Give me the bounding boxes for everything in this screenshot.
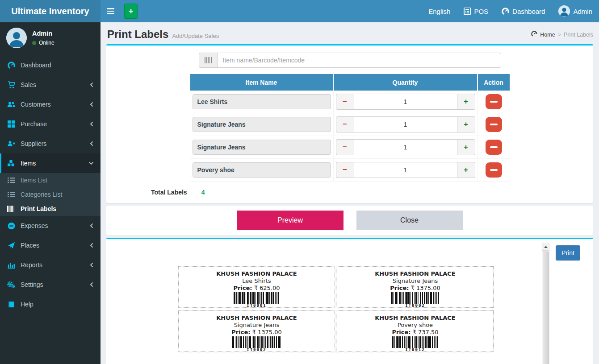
increase-quantity-button[interactable]: + bbox=[457, 94, 475, 110]
item-name-value: Povery shoe bbox=[193, 162, 331, 178]
sidebar-subitem-label: Print Labels bbox=[21, 205, 56, 212]
item-name-cell: Signature Jeans bbox=[190, 113, 334, 136]
online-status-label: Online bbox=[39, 40, 54, 46]
decrease-quantity-button[interactable]: − bbox=[336, 139, 354, 155]
quantity-stepper: −+ bbox=[336, 139, 475, 155]
item-name-cell: Povery shoe bbox=[190, 159, 334, 182]
preview-button[interactable]: Preview bbox=[237, 211, 343, 230]
sidebar-section: Help bbox=[0, 294, 101, 314]
breadcrumb-home[interactable]: Home bbox=[540, 32, 555, 38]
sidebar-item-label: Sales bbox=[21, 81, 36, 88]
total-labels-value: 4 bbox=[201, 189, 205, 196]
label-price: Price: ₹ 625.00 bbox=[179, 285, 335, 292]
sidebar-item-categories-list[interactable]: Categories List bbox=[0, 187, 101, 202]
breadcrumb-separator: > bbox=[558, 32, 561, 38]
barcode-addon-icon bbox=[199, 53, 217, 68]
sidebar-subitem-label: Items List bbox=[21, 177, 47, 184]
increase-quantity-button[interactable]: + bbox=[457, 116, 475, 132]
minus-circle-icon bbox=[7, 222, 16, 230]
quantity-input[interactable] bbox=[354, 139, 457, 155]
decrease-quantity-button[interactable]: − bbox=[336, 162, 354, 178]
navbar-link-user[interactable]: Admin bbox=[552, 0, 599, 22]
decrease-quantity-button[interactable]: − bbox=[336, 116, 354, 132]
close-button[interactable]: Close bbox=[356, 211, 463, 230]
navbar-link-pos[interactable]: POS bbox=[457, 0, 495, 22]
label-card: KHUSH FASHION PALACESignature JeansPrice… bbox=[337, 266, 494, 308]
preview-scrollbar[interactable] bbox=[542, 243, 549, 364]
item-name-value: Signature Jeans bbox=[193, 117, 331, 132]
sidebar-item-label: Dashboard bbox=[21, 62, 51, 69]
increase-quantity-button[interactable]: + bbox=[457, 162, 475, 178]
sidebar-section: Expenses bbox=[0, 216, 101, 236]
sidebar-item-label: Items bbox=[21, 160, 36, 167]
user-status: Online bbox=[32, 40, 54, 46]
sidebar-item-reports[interactable]: Reports bbox=[0, 255, 101, 275]
sidebar-toggle-icon[interactable] bbox=[101, 0, 121, 22]
remove-item-button[interactable] bbox=[486, 117, 502, 132]
scrollbar-thumb[interactable] bbox=[543, 252, 549, 364]
sidebar-section: Customers bbox=[0, 95, 101, 114]
label-card: KHUSH FASHION PALACEPovery shoePrice: ₹ … bbox=[337, 310, 494, 352]
col-header-item-name: Item Name bbox=[190, 74, 334, 91]
paper-plane-icon bbox=[7, 242, 16, 249]
scrollbar-up-icon[interactable] bbox=[542, 243, 549, 251]
label-barcode-code: IT0002 bbox=[179, 347, 335, 352]
sidebar-item-help[interactable]: Help bbox=[0, 294, 101, 314]
list-icon bbox=[7, 191, 16, 198]
table-row: Signature Jeans−+ bbox=[190, 136, 510, 159]
quantity-input[interactable] bbox=[354, 116, 457, 132]
table-row: Lee Shirts−+ bbox=[190, 91, 510, 113]
quick-add-button[interactable]: + bbox=[124, 4, 138, 19]
sidebar-section: ItemsItems ListCategories ListPrint Labe… bbox=[0, 153, 101, 216]
navbar-link-language[interactable]: English bbox=[422, 0, 457, 22]
sidebar-subitem: Categories List bbox=[0, 187, 101, 202]
sidebar-subitem-label: Categories List bbox=[21, 191, 62, 198]
list-icon bbox=[7, 177, 16, 183]
chevron-left-icon bbox=[89, 243, 94, 248]
label-store-name: KHUSH FASHION PALACE bbox=[337, 314, 493, 322]
sidebar-item-customers[interactable]: Customers bbox=[0, 95, 101, 114]
item-search-input[interactable] bbox=[217, 53, 501, 68]
chevron-left-icon bbox=[89, 223, 94, 228]
remove-item-button[interactable] bbox=[486, 94, 502, 109]
increase-quantity-button[interactable]: + bbox=[457, 139, 475, 155]
item-search-group bbox=[199, 53, 501, 68]
actions-panel: Preview Close bbox=[106, 206, 593, 235]
label-price: Price: ₹ 1375.00 bbox=[179, 329, 335, 336]
table-body: Lee Shirts−+Signature Jeans−+Signature J… bbox=[190, 91, 510, 182]
sidebar-item-dashboard[interactable]: Dashboard bbox=[0, 55, 101, 75]
sidebar-item-settings[interactable]: Settings bbox=[0, 275, 101, 294]
app-logo[interactable]: Ultimate Inventory bbox=[0, 0, 101, 22]
sidebar-item-expenses[interactable]: Expenses bbox=[0, 216, 101, 236]
sidebar-item-label: Customers bbox=[21, 101, 51, 108]
decrease-quantity-button[interactable]: − bbox=[336, 94, 354, 110]
action-cell bbox=[478, 136, 510, 159]
label-item-name: Povery shoe bbox=[337, 322, 493, 329]
breadcrumb: Home > Print Labels bbox=[531, 31, 593, 41]
chevron-left-icon bbox=[89, 262, 94, 268]
barcode-image bbox=[371, 336, 460, 348]
navbar-link-dashboard[interactable]: Dashboard bbox=[495, 0, 552, 22]
label-store-name: KHUSH FASHION PALACE bbox=[179, 270, 335, 277]
sidebar-item-print-labels[interactable]: Print Labels bbox=[0, 202, 101, 216]
user-name: Admin bbox=[32, 30, 54, 37]
remove-item-button[interactable] bbox=[486, 140, 502, 155]
minus-icon bbox=[490, 169, 498, 171]
print-button[interactable]: Print bbox=[556, 245, 580, 261]
remove-item-button[interactable] bbox=[486, 162, 502, 178]
sidebar-item-sales[interactable]: Sales bbox=[0, 75, 101, 95]
sidebar-item-places[interactable]: Places bbox=[0, 236, 101, 255]
sidebar-item-suppliers[interactable]: Suppliers bbox=[0, 134, 101, 153]
quantity-input[interactable] bbox=[354, 162, 457, 178]
quantity-input[interactable] bbox=[354, 94, 457, 110]
sidebar-item-items[interactable]: Items bbox=[0, 153, 101, 173]
sidebar-item-purchase[interactable]: Purchase bbox=[0, 114, 101, 134]
navbar-link-label: Dashboard bbox=[512, 8, 545, 15]
chevron-left-icon bbox=[89, 82, 94, 87]
col-header-quantity: Quantity bbox=[334, 74, 478, 91]
navbar-avatar bbox=[558, 5, 570, 17]
navbar-link-label: Admin bbox=[573, 8, 592, 15]
label-barcode-code: IT0001 bbox=[179, 303, 335, 308]
label-store-name: KHUSH FASHION PALACE bbox=[337, 270, 493, 277]
sidebar-item-items-list[interactable]: Items List bbox=[0, 173, 101, 187]
